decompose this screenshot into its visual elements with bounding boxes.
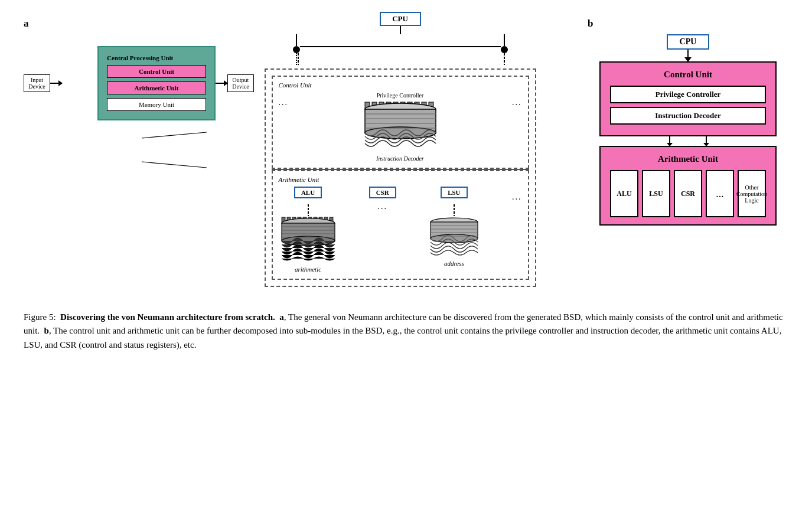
address-drum-svg bbox=[428, 216, 481, 257]
figure-container: a Input Device Central Processing Unit C… bbox=[24, 12, 788, 352]
bsd-csr-box: CSR bbox=[369, 187, 396, 198]
bsd-au-dots-r2: ... bbox=[512, 192, 522, 202]
priv-drum-visual bbox=[359, 101, 442, 154]
b-instruction-decoder: Instruction Decoder bbox=[610, 107, 766, 125]
left-vline-top bbox=[296, 34, 297, 46]
b-multi-arrows bbox=[669, 136, 707, 146]
caption-label-a: a bbox=[279, 312, 284, 322]
bsd-cu-center: Privilege Controller bbox=[300, 92, 500, 162]
diagrams-row: a Input Device Central Processing Unit C… bbox=[24, 12, 788, 287]
panel-a-label: a bbox=[24, 18, 29, 30]
svg-line-0 bbox=[142, 132, 207, 138]
panel-center: CPU bbox=[213, 12, 588, 287]
left-vline-bot bbox=[296, 53, 297, 65]
control-unit-box-a: Control Unit bbox=[107, 65, 206, 78]
svg-line-1 bbox=[142, 162, 207, 168]
b-privilege-controller: Privilege Controller bbox=[610, 86, 766, 103]
caption-bold-title: Discovering the von Neumann architecture… bbox=[60, 312, 275, 322]
cpu-box-a: Central Processing Unit Control Unit Ari… bbox=[97, 46, 216, 120]
b-control-unit-title: Control Unit bbox=[610, 70, 766, 80]
panel-b-content: CPU Control Unit Privilege Controller In… bbox=[599, 34, 777, 226]
b-cpu-arrow bbox=[687, 50, 689, 61]
b-other-label: Other Computation Logic bbox=[736, 184, 767, 204]
bsd-arithmetic-unit-section: Arithmetic Unit ALU bbox=[272, 170, 529, 280]
b-arithmetic-unit-block: Arithmetic Unit ALU LSU CSR ... Other Co… bbox=[599, 146, 777, 226]
caption-label-b: b bbox=[44, 326, 49, 335]
bsd-cpu-box: CPU bbox=[380, 12, 421, 26]
b-dots-box: ... bbox=[706, 170, 734, 217]
connector-lines-a bbox=[41, 126, 207, 174]
bsd-spread bbox=[276, 34, 524, 67]
arithmetic-unit-box-a: Arithmetic Unit bbox=[107, 81, 206, 94]
b-csr-box: CSR bbox=[674, 170, 702, 217]
node-left bbox=[293, 46, 300, 53]
memory-unit-box-a: Memory Unit bbox=[107, 98, 206, 111]
bsd-au-dots: ... bbox=[377, 202, 387, 211]
panel-b-label: b bbox=[588, 18, 593, 30]
bsd-cu-inner: ... Privilege Controller bbox=[279, 92, 522, 162]
lsu-dotted-line bbox=[453, 204, 455, 216]
input-device-container: Input Device bbox=[24, 74, 50, 92]
bsd-cpu-top: CPU bbox=[265, 12, 536, 67]
bsd-right-branch bbox=[501, 34, 508, 67]
address-drum bbox=[428, 216, 481, 257]
arithmetic-drum bbox=[279, 216, 338, 263]
arithmetic-label: arithmetic bbox=[295, 266, 321, 273]
instr-decoder-label: Instruction Decoder bbox=[376, 155, 424, 162]
panel-b: b CPU Control Unit Privilege Controller … bbox=[588, 12, 788, 226]
arrow-input-cpu bbox=[50, 83, 62, 84]
b-cpu-box: CPU bbox=[667, 34, 710, 50]
b-lsu-box: LSU bbox=[642, 170, 670, 217]
arithmetic-drum-svg bbox=[279, 216, 338, 263]
bsd-arithmetic-unit-label: Arithmetic Unit bbox=[279, 176, 522, 183]
bsd-cu-left: ... bbox=[279, 92, 289, 107]
bsd-alu-col: ALU bbox=[279, 187, 338, 273]
bsd-cu-right: ... bbox=[512, 92, 522, 107]
caption-text-b: , The control unit and arithmetic unit c… bbox=[24, 326, 781, 349]
bsd-dots-left: ... bbox=[279, 98, 289, 107]
bsd-cpu-vline bbox=[400, 26, 401, 34]
bsd-csr-col: CSR ... bbox=[369, 187, 396, 211]
cpu-box-title: Central Processing Unit bbox=[107, 54, 206, 61]
right-vline-bot bbox=[503, 53, 506, 67]
b-inner-boxes: ALU LSU CSR ... Other Computation Logic bbox=[610, 170, 766, 217]
bsd-au-dots-right: ... bbox=[512, 187, 522, 202]
panel-a: a Input Device Central Processing Unit C… bbox=[24, 12, 213, 174]
right-vline-top bbox=[504, 34, 505, 46]
bsd-outer-dashed: Control Unit ... Privilege Controller bbox=[265, 68, 536, 287]
input-device-label: Input Device bbox=[24, 74, 50, 92]
b-arrow-2 bbox=[706, 136, 707, 146]
b-arrow-1 bbox=[669, 136, 670, 146]
b-other-box: Other Computation Logic bbox=[738, 170, 766, 217]
bsd-control-unit-label: Control Unit bbox=[279, 81, 522, 89]
bsd-hline bbox=[300, 46, 501, 47]
address-label: address bbox=[444, 260, 464, 267]
bsd-lsu-col: LSU bbox=[428, 187, 481, 267]
bsd-left-branch bbox=[293, 34, 300, 65]
figure-caption: Figure 5: Discovering the von Neumann ar… bbox=[24, 311, 788, 352]
bsd-main: CPU bbox=[265, 12, 536, 287]
input-label-text: Input Device bbox=[28, 77, 45, 90]
bsd-dots-right: ... bbox=[512, 98, 522, 107]
priv-drum-svg bbox=[359, 101, 442, 154]
bsd-control-unit-section: Control Unit ... Privilege Controller bbox=[272, 76, 529, 169]
priv-ctrl-label: Privilege Controller bbox=[377, 92, 424, 99]
b-control-unit-block: Control Unit Privilege Controller Instru… bbox=[599, 61, 777, 136]
b-arithmetic-unit-title: Arithmetic Unit bbox=[610, 154, 766, 164]
b-alu-box: ALU bbox=[610, 170, 638, 217]
bsd-lsu-box: LSU bbox=[441, 187, 467, 198]
bsd-alu-box: ALU bbox=[294, 187, 322, 198]
node-right bbox=[501, 46, 508, 53]
bsd-au-inner: ALU bbox=[279, 187, 522, 273]
arrowhead-input bbox=[58, 80, 63, 86]
alu-dotted-line bbox=[307, 204, 309, 216]
caption-figure-number: Figure 5: bbox=[24, 312, 56, 322]
